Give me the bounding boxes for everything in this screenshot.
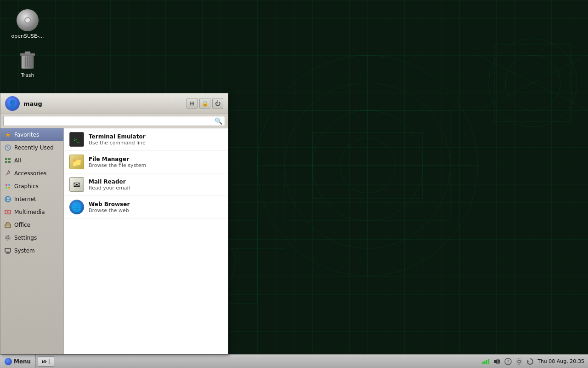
terminal-desc: Use the command line xyxy=(89,140,146,146)
menu-button-icon xyxy=(5,358,12,365)
browser-name: Web Browser xyxy=(89,201,130,207)
terminal-app-icon: >_ xyxy=(69,132,84,147)
app-web-browser[interactable]: 🌐 Web Browser Browse the web xyxy=(64,196,228,218)
mail-info: Mail Reader Read your email xyxy=(89,178,130,191)
menu-user: 👤 maug xyxy=(5,96,42,111)
search-input[interactable] xyxy=(3,116,225,126)
svg-point-36 xyxy=(8,187,10,189)
terminal-info: Terminal Emulator Use the command line xyxy=(89,133,146,146)
svg-point-56 xyxy=(518,360,520,363)
trash-label: Trash xyxy=(21,72,34,78)
svg-marker-53 xyxy=(494,359,498,364)
clock-display: Thu 08 Aug, 20:35 xyxy=(537,358,584,364)
menu-body: ★ Favorites Recently Used xyxy=(0,128,228,354)
avatar: 👤 xyxy=(5,96,20,111)
volume-icon[interactable] xyxy=(493,358,501,365)
trash-graphic xyxy=(18,48,37,70)
settings-icon xyxy=(4,234,11,242)
menu-popup: 👤 maug ⊞ 🔒 ⏻ 🔍 xyxy=(0,93,228,354)
svg-rect-51 xyxy=(486,360,487,364)
username-label: maug xyxy=(23,100,42,107)
sidebar-item-office[interactable]: Office xyxy=(0,218,63,231)
cd-graphic xyxy=(17,9,39,31)
briefcase-icon xyxy=(4,221,11,229)
filemanager-info: File Manager Browse the file system xyxy=(89,156,146,168)
sidebar-item-accessories[interactable]: Accessories xyxy=(0,167,63,180)
office-label: Office xyxy=(14,222,30,228)
lock-button[interactable]: 🔒 xyxy=(199,98,210,109)
svg-rect-30 xyxy=(8,161,11,163)
svg-rect-27 xyxy=(5,158,7,160)
svg-rect-52 xyxy=(488,359,489,364)
menu-sidebar: ★ Favorites Recently Used xyxy=(0,128,64,354)
svg-point-45 xyxy=(6,236,10,240)
browser-app-icon: 🌐 xyxy=(69,200,84,214)
multimedia-label: Multimedia xyxy=(14,209,45,215)
app-list: >_ Terminal Emulator Use the command lin… xyxy=(64,128,228,354)
app-terminal[interactable]: >_ Terminal Emulator Use the command lin… xyxy=(64,128,228,151)
mail-app-icon: ✉ xyxy=(69,177,84,192)
trash-icon[interactable]: Trash xyxy=(9,48,46,78)
internet-label: Internet xyxy=(14,196,36,202)
files-taskbar-btn[interactable]: 🗁 | xyxy=(38,356,54,367)
sidebar-item-all[interactable]: All xyxy=(0,154,63,167)
sidebar-item-multimedia[interactable]: Multimedia xyxy=(0,206,63,218)
mail-desc: Read your email xyxy=(89,185,130,191)
browser-info: Web Browser Browse the web xyxy=(89,201,130,213)
header-actions: ⊞ 🔒 ⏻ xyxy=(187,98,223,109)
svg-rect-49 xyxy=(482,362,484,364)
search-bar: 🔍 xyxy=(0,114,228,128)
svg-point-33 xyxy=(6,184,7,186)
system-settings-icon[interactable] xyxy=(515,358,523,365)
menu-button-label: Menu xyxy=(14,358,31,365)
svg-rect-50 xyxy=(484,361,486,364)
favorites-label: Favorites xyxy=(14,132,39,138)
film-icon xyxy=(4,208,11,216)
svg-rect-20 xyxy=(25,52,30,54)
paint-icon xyxy=(4,183,11,190)
taskbar-apps: 🗁 | xyxy=(36,356,479,367)
svg-point-35 xyxy=(6,187,7,189)
help-icon[interactable]: ? xyxy=(504,358,512,365)
sidebar-item-graphics[interactable]: Graphics xyxy=(0,180,63,193)
cd-label: openSUSE-... xyxy=(11,33,44,39)
svg-point-34 xyxy=(8,184,10,186)
update-icon[interactable] xyxy=(526,358,534,365)
grid-icon xyxy=(4,157,11,164)
desktop: openSUSE-... xyxy=(0,0,588,368)
system-label: System xyxy=(14,247,35,254)
svg-point-57 xyxy=(516,358,522,364)
cd-image xyxy=(17,9,39,31)
screenshot-button[interactable]: ⊞ xyxy=(187,98,198,109)
power-button[interactable]: ⏻ xyxy=(212,98,223,109)
svg-marker-41 xyxy=(7,211,9,213)
app-mail-reader[interactable]: ✉ Mail Reader Read your email xyxy=(64,173,228,196)
recently-used-label: Recently Used xyxy=(14,144,54,151)
svg-point-44 xyxy=(7,237,9,239)
mail-name: Mail Reader xyxy=(89,178,130,185)
filemanager-desc: Browse the file system xyxy=(89,162,146,168)
filemanager-app-icon: 📁 xyxy=(69,155,84,169)
clock-icon xyxy=(4,144,11,151)
svg-rect-46 xyxy=(5,248,11,252)
menu-button[interactable]: Menu xyxy=(0,355,36,368)
sidebar-item-system[interactable]: System xyxy=(0,244,63,257)
terminal-name: Terminal Emulator xyxy=(89,133,146,140)
sidebar-item-settings[interactable]: Settings xyxy=(0,231,63,244)
taskbar-right: ? Thu 08 Aug, 20:35 xyxy=(479,355,588,368)
network-status-icon[interactable] xyxy=(482,358,490,365)
settings-label: Settings xyxy=(14,235,37,241)
opensuse-cd-icon[interactable]: openSUSE-... xyxy=(9,9,46,39)
app-file-manager[interactable]: 📁 File Manager Browse the file system xyxy=(64,151,228,173)
tools-icon xyxy=(4,170,11,177)
accessories-label: Accessories xyxy=(14,170,46,177)
svg-marker-58 xyxy=(527,360,529,362)
sidebar-item-internet[interactable]: Internet xyxy=(0,193,63,206)
sidebar-item-recently-used[interactable]: Recently Used xyxy=(0,141,63,154)
browser-desc: Browse the web xyxy=(89,207,130,213)
svg-rect-28 xyxy=(8,158,11,160)
svg-text:?: ? xyxy=(507,359,509,364)
sidebar-item-favorites[interactable]: ★ Favorites xyxy=(0,128,63,141)
trash-image xyxy=(17,48,39,70)
svg-point-32 xyxy=(8,172,10,173)
